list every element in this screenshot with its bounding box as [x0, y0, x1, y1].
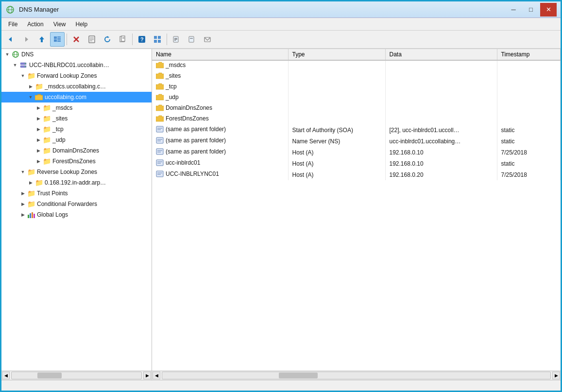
export-button[interactable] — [116, 32, 130, 47]
toggle-dns-root[interactable]: ▼ — [3, 51, 11, 58]
table-row[interactable]: (same as parent folder) Host (A) 192.168… — [152, 147, 561, 158]
tree-label-uccollabing: uccollabing.com — [45, 94, 86, 101]
menu-help[interactable]: Help — [71, 19, 93, 30]
tree-item-trust-points[interactable]: ▶ 📁 Trust Points — [1, 188, 152, 199]
cell-data — [385, 114, 497, 124]
tree-item-forestdns-inner[interactable]: ▶ 📁 ForestDnsZones — [1, 156, 152, 167]
cell-type: Start of Authority (SOA) — [288, 124, 385, 136]
col-name[interactable]: Name — [152, 49, 288, 60]
toggle-trust-points[interactable]: ▶ — [19, 189, 27, 197]
svg-rect-59 — [156, 137, 163, 143]
forward-button[interactable] — [19, 32, 34, 47]
tree-item-sites-inner[interactable]: ▶ 📁 _sites — [1, 113, 152, 124]
table-row[interactable]: _msdcs — [152, 60, 561, 71]
tree-item-udp-inner[interactable]: ▶ 📁 _udp — [1, 135, 152, 145]
table-row[interactable]: _tcp — [152, 82, 561, 92]
table-row[interactable]: ForestDnsZones — [152, 114, 561, 124]
svg-rect-48 — [32, 212, 33, 218]
table-row[interactable]: (same as parent folder) Name Server (NS)… — [152, 136, 561, 147]
col-type[interactable]: Type — [288, 49, 385, 60]
folder-icon-msdcs-outer: 📁 — [34, 82, 43, 91]
cell-name: _tcp — [152, 82, 288, 92]
right-scroll-right-btn[interactable]: ▶ — [552, 372, 560, 379]
right-hscroll-track[interactable] — [162, 372, 551, 379]
table-row[interactable]: _udp — [152, 92, 561, 103]
folder-icon-tcp-inner: 📁 — [42, 125, 51, 134]
row-icon-tcp: _tcp — [156, 83, 177, 90]
toggle-domaindns-inner[interactable]: ▶ — [34, 147, 42, 154]
tree-item-forward-zones[interactable]: ▼ 📁 Forward Lookup Zones — [1, 70, 152, 81]
tree-panel: ▼ DNS ▼ — [1, 49, 152, 371]
title-controls: ─ □ ✕ — [505, 3, 557, 17]
table-row[interactable]: _sites — [152, 71, 561, 82]
tree-item-reverse-1[interactable]: ▶ 📁 0.168.192.in-addr.arp… — [1, 177, 152, 188]
minimize-button[interactable]: ─ — [505, 3, 522, 17]
tree-item-tcp-inner[interactable]: ▶ 📁 _tcp — [1, 124, 152, 135]
tree-item-dns-root[interactable]: ▼ DNS — [1, 49, 152, 60]
new-alias-button[interactable] — [185, 32, 199, 47]
left-hscroll-thumb[interactable] — [37, 373, 62, 378]
toggle-sites-inner[interactable]: ▶ — [34, 115, 42, 122]
col-timestamp[interactable]: Timestamp — [497, 49, 561, 60]
cell-type: Host (A) — [288, 169, 385, 180]
toggle-reverse-1[interactable]: ▶ — [27, 179, 34, 187]
toggle-uccollabing[interactable]: ▼ — [27, 93, 34, 101]
left-scroll-left-btn[interactable]: ◀ — [2, 372, 10, 379]
right-scroll-left-btn[interactable]: ◀ — [153, 372, 160, 379]
menu-action[interactable]: Action — [22, 19, 48, 30]
delete-button[interactable] — [69, 32, 84, 47]
toggle-forward-zones[interactable]: ▼ — [19, 72, 27, 80]
new-host-button[interactable] — [169, 32, 184, 47]
title-bar: DNS Manager ─ □ ✕ — [1, 1, 561, 18]
cell-type — [288, 60, 385, 71]
back-button[interactable] — [3, 32, 18, 47]
maximize-button[interactable]: □ — [523, 3, 539, 17]
menu-file[interactable]: File — [3, 19, 22, 30]
properties-button[interactable] — [85, 32, 99, 47]
view-toggle-button[interactable] — [150, 32, 165, 47]
left-scroll-right-btn[interactable]: ▶ — [143, 372, 151, 379]
cell-data — [385, 71, 497, 82]
tree-item-reverse-zones[interactable]: ▼ 📁 Reverse Lookup Zones — [1, 167, 152, 177]
cell-type — [288, 114, 385, 124]
toggle-server[interactable]: ▼ — [11, 61, 19, 69]
tree-item-global-logs[interactable]: ▶ Global Logs — [1, 209, 152, 220]
row-icon-a2: ucc-inblrdc01 — [156, 159, 200, 167]
tree-label-server: UCC-INBLRDC01.uccollabin… — [29, 62, 109, 68]
tree-item-msdcs-outer[interactable]: ▶ 📁 _msdcs.uccollabing.c… — [1, 81, 152, 92]
table-row[interactable]: DomainDnsZones — [152, 103, 561, 114]
toggle-udp-inner[interactable]: ▶ — [34, 136, 42, 144]
table-row[interactable]: UCC-INBLRLYNC01 Host (A) 192.168.0.20 7/… — [152, 169, 561, 180]
tree-item-domaindns-inner[interactable]: ▶ 📁 DomainDnsZones — [1, 145, 152, 156]
up-button[interactable] — [34, 32, 49, 47]
right-scrollbar: ◀ ▶ — [152, 371, 561, 380]
close-button[interactable]: ✕ — [540, 3, 557, 17]
refresh-button[interactable] — [100, 32, 115, 47]
show-detail-button[interactable] — [50, 32, 65, 47]
folder-icon-domaindns-inner: 📁 — [42, 146, 51, 155]
tree-item-server[interactable]: ▼ UCC-INBLRDC01.uccollabin… — [1, 60, 152, 70]
toggle-global-logs[interactable]: ▶ — [19, 211, 27, 219]
toggle-reverse-zones[interactable]: ▼ — [19, 168, 27, 176]
cell-timestamp — [497, 92, 561, 103]
svg-rect-12 — [57, 41, 61, 42]
new-mail-button[interactable] — [200, 32, 215, 47]
toggle-msdcs-inner[interactable]: ▶ — [34, 104, 42, 112]
cell-timestamp: static — [497, 124, 561, 136]
menu-view[interactable]: View — [49, 19, 71, 30]
right-hscroll-thumb[interactable] — [279, 373, 318, 378]
toggle-tcp-inner[interactable]: ▶ — [34, 125, 42, 133]
help-button[interactable]: ? — [135, 32, 149, 47]
left-hscroll-track[interactable] — [11, 372, 142, 379]
tree-item-conditional[interactable]: ▶ 📁 Conditional Forwarders — [1, 199, 152, 209]
toggle-msdcs-outer[interactable]: ▶ — [27, 83, 34, 90]
tree-item-msdcs-inner[interactable]: ▶ 📁 _msdcs — [1, 102, 152, 113]
table-row[interactable]: ucc-inblrdc01 Host (A) 192.168.0.10 stat… — [152, 158, 561, 169]
col-data[interactable]: Data — [385, 49, 497, 60]
row-icon-forestdns: ForestDnsZones — [156, 115, 209, 122]
svg-marker-6 — [39, 36, 44, 39]
table-row[interactable]: (same as parent folder) Start of Authori… — [152, 124, 561, 136]
toggle-forestdns-inner[interactable]: ▶ — [34, 157, 42, 165]
toggle-conditional[interactable]: ▶ — [19, 200, 27, 208]
tree-item-uccollabing[interactable]: ▼ uccollabing.com — [1, 92, 152, 102]
